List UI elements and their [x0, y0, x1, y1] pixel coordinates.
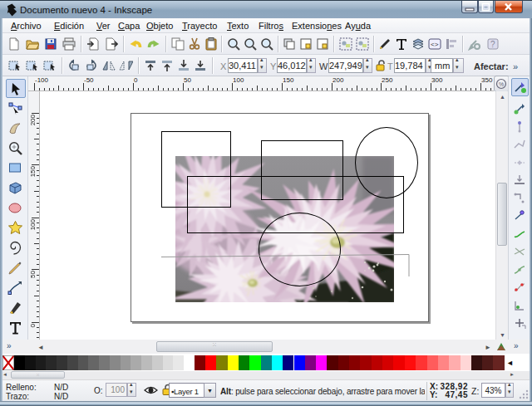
svg-text:<>: <> [431, 41, 439, 48]
svg-text:?: ? [490, 40, 495, 49]
svg-text:%: % [499, 81, 504, 87]
